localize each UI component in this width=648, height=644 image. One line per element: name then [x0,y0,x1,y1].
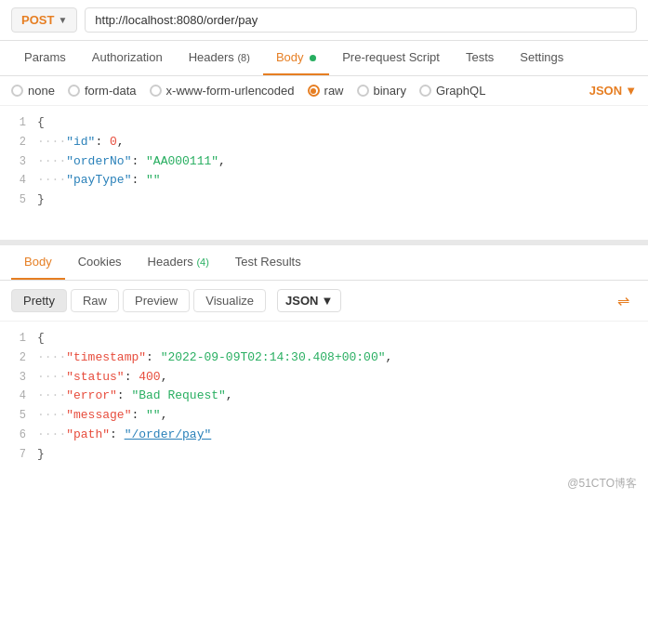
radio-none[interactable]: none [11,84,55,98]
watermark: @51CTO博客 [0,472,648,495]
tab-pre-request[interactable]: Pre-request Script [329,41,453,75]
radio-raw-circle [308,85,320,97]
response-body-viewer: 1 { 2 ····"timestamp": "2022-09-09T02:14… [0,322,648,472]
resp-tab-body[interactable]: Body [11,245,65,280]
radio-binary-circle [357,85,369,97]
body-format-chevron-icon: ▼ [625,84,637,98]
radio-urlencoded[interactable]: x-www-form-urlencoded [150,84,295,98]
req-line-1: 1 { [0,113,648,133]
view-pretty-button[interactable]: Pretty [11,289,67,312]
body-dot [310,55,316,61]
view-visualize-button[interactable]: Visualize [193,289,266,312]
tab-body[interactable]: Body [263,41,329,75]
response-tabs: Body Cookies Headers (4) Test Results [0,245,648,281]
url-bar: POST ▼ [0,0,648,41]
method-dropdown[interactable]: POST ▼ [11,7,77,33]
radio-none-circle [11,85,23,97]
resp-line-7: 7 } [0,445,648,465]
radio-raw[interactable]: raw [308,84,344,98]
resp-format-chevron-icon: ▼ [321,294,333,308]
body-format-dropdown[interactable]: JSON ▼ [589,84,637,98]
resp-tab-cookies[interactable]: Cookies [65,245,135,280]
view-raw-button[interactable]: Raw [71,289,119,312]
req-line-2: 2 ····"id": 0, [0,133,648,152]
resp-headers-badge: (4) [196,256,208,268]
req-line-5: 5 } [0,191,648,210]
method-label: POST [21,13,54,27]
resp-line-4: 4 ····"error": "Bad Request", [0,387,648,406]
radio-binary[interactable]: binary [357,84,406,98]
filter-icon[interactable]: ⇌ [610,288,637,313]
resp-line-6: 6 ····"path": "/order/pay" [0,426,648,445]
request-body-editor[interactable]: 1 { 2 ····"id": 0, 3 ····"orderNo": "AA0… [0,106,648,245]
radio-graphql[interactable]: GraphQL [419,84,485,98]
tab-params[interactable]: Params [11,41,79,75]
resp-tab-test-results[interactable]: Test Results [222,245,314,280]
headers-badge: (8) [237,52,249,63]
view-options-row: Pretty Raw Preview Visualize JSON ▼ ⇌ [0,281,648,322]
url-input[interactable] [85,7,637,33]
radio-form-data[interactable]: form-data [68,84,137,98]
radio-form-data-circle [68,85,80,97]
tab-headers[interactable]: Headers (8) [176,41,263,75]
response-format-dropdown[interactable]: JSON ▼ [277,289,341,312]
resp-tab-headers[interactable]: Headers (4) [135,245,222,280]
response-section: Body Cookies Headers (4) Test Results Pr… [0,245,648,472]
resp-line-3: 3 ····"status": 400, [0,368,648,388]
req-line-4: 4 ····"payType": "" [0,171,648,191]
resp-line-1: 1 { [0,329,648,348]
tab-authorization[interactable]: Authorization [79,41,176,75]
req-line-3: 3 ····"orderNo": "AA000111", [0,152,648,172]
method-chevron-icon: ▼ [58,15,67,25]
tab-tests[interactable]: Tests [453,41,507,75]
tab-settings[interactable]: Settings [507,41,576,75]
body-type-row: none form-data x-www-form-urlencoded raw… [0,76,648,106]
radio-graphql-circle [419,85,431,97]
resp-line-5: 5 ····"message": "", [0,406,648,426]
view-preview-button[interactable]: Preview [123,289,190,312]
resp-line-2: 2 ····"timestamp": "2022-09-09T02:14:30.… [0,348,648,368]
radio-urlencoded-circle [150,85,162,97]
request-tabs: Params Authorization Headers (8) Body Pr… [0,41,648,76]
